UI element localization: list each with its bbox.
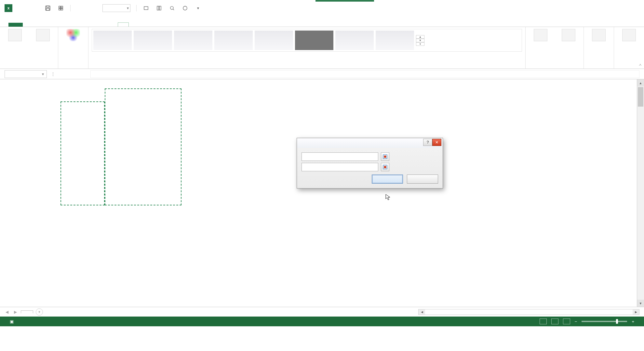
move-chart-button[interactable] [617, 29, 641, 43]
insert-function-button[interactable] [80, 70, 88, 78]
redo-icon[interactable] [31, 5, 38, 12]
group-chart-styles: ▲▼▾ [88, 27, 526, 69]
maximize-icon[interactable] [620, 5, 626, 11]
sheet-nav-prev-icon[interactable]: ◀ [4, 310, 10, 314]
help-icon[interactable] [577, 5, 583, 11]
select-data-button[interactable] [557, 29, 580, 43]
ribbon-tabs [0, 16, 644, 27]
style-thumb[interactable] [335, 31, 374, 50]
style-thumb-selected[interactable] [295, 31, 333, 50]
gallery-spinner[interactable]: ▲▼▾ [416, 35, 424, 46]
tab-view[interactable] [94, 23, 105, 27]
save-icon[interactable] [44, 5, 51, 12]
group-label [587, 67, 610, 68]
status-bar: ▣ − + [0, 317, 644, 326]
ribbon-display-icon[interactable] [591, 5, 597, 11]
change-chart-type-button[interactable] [587, 29, 610, 43]
sheet-nav-next-icon[interactable]: ▶ [12, 310, 18, 314]
undo-icon[interactable] [18, 5, 25, 12]
group-label [529, 67, 580, 68]
ribbon: ▲▼▾ ㅅ [0, 27, 644, 69]
scroll-right-icon[interactable]: ▶ [633, 309, 639, 315]
svg-rect-3 [59, 6, 60, 8]
excel-icon: x [5, 4, 12, 12]
svg-rect-9 [159, 6, 161, 10]
qa-icon-4[interactable] [181, 5, 189, 12]
zoom-slider[interactable] [582, 321, 627, 322]
svg-point-10 [170, 6, 173, 9]
macro-record-icon[interactable]: ▣ [10, 319, 14, 324]
font-shrink-icon[interactable] [89, 5, 97, 12]
tab-insert[interactable] [36, 23, 46, 27]
qa-more-icon[interactable]: ▾ [195, 5, 202, 12]
view-page-layout-icon[interactable] [551, 318, 558, 324]
ok-button[interactable] [372, 175, 403, 184]
horizontal-scrollbar[interactable]: ◀▶ [418, 309, 639, 315]
formula-input[interactable] [90, 70, 639, 78]
dialog-close-button[interactable]: ✕ [432, 139, 441, 146]
tab-file[interactable] [8, 23, 23, 27]
quick-layout-button[interactable] [31, 29, 55, 43]
group-type [584, 27, 614, 69]
vertical-scrollbar[interactable]: ▲ ▼ [637, 79, 644, 307]
scroll-up-icon[interactable]: ▲ [637, 79, 644, 86]
style-thumb[interactable] [255, 31, 293, 50]
series-name-input[interactable] [302, 152, 378, 161]
name-box[interactable]: ▾ [5, 70, 47, 78]
view-normal-icon[interactable] [540, 318, 547, 324]
view-page-break-icon[interactable] [563, 318, 570, 324]
tab-data[interactable] [71, 23, 81, 27]
add-sheet-button[interactable]: + [36, 308, 43, 316]
style-thumb[interactable] [93, 31, 132, 50]
zoom-in-icon[interactable]: + [632, 319, 634, 324]
sheet-tab-active[interactable] [21, 310, 33, 313]
chart-styles-gallery[interactable]: ▲▼▾ [92, 29, 522, 52]
touch-mode-icon[interactable] [57, 5, 64, 12]
switch-row-column-button[interactable] [529, 29, 552, 43]
cancel-button[interactable] [407, 175, 438, 184]
tab-formulas[interactable] [59, 23, 70, 27]
group-label [617, 67, 641, 68]
svg-rect-15 [384, 166, 386, 168]
dialog-titlebar[interactable]: ? ✕ [297, 138, 443, 148]
style-thumb[interactable] [214, 31, 253, 50]
cancel-formula-button[interactable] [59, 70, 68, 78]
group-data [526, 27, 584, 69]
font-combo[interactable]: ▾ [102, 4, 130, 12]
range-picker-icon[interactable] [381, 163, 389, 171]
scroll-down-icon[interactable]: ▼ [637, 300, 644, 307]
svg-rect-13 [384, 156, 386, 158]
range-picker-icon[interactable] [381, 152, 389, 161]
add-chart-element-button[interactable] [3, 29, 27, 43]
tab-format[interactable] [130, 23, 141, 27]
minimize-icon[interactable] [606, 5, 611, 11]
copy-marquee [105, 88, 181, 205]
scroll-left-icon[interactable]: ◀ [419, 309, 425, 315]
tab-developer[interactable] [106, 23, 116, 27]
close-icon[interactable] [634, 5, 640, 11]
style-thumb[interactable] [134, 31, 172, 50]
column-headers[interactable] [0, 79, 644, 88]
style-thumb[interactable] [174, 31, 212, 50]
qa-icon-3[interactable] [168, 5, 176, 12]
formula-separator: ⋮ [49, 70, 57, 78]
enter-formula-button[interactable] [70, 70, 78, 78]
qa-icon-1[interactable] [142, 5, 150, 12]
tab-design[interactable] [118, 22, 129, 27]
tab-home[interactable] [24, 23, 34, 27]
change-colors-button[interactable] [61, 29, 85, 43]
worksheet[interactable]: ? ✕ [0, 79, 644, 307]
collapse-ribbon-icon[interactable]: ㅅ [638, 62, 642, 67]
copy-marquee-b [60, 101, 105, 205]
tab-review[interactable] [83, 23, 93, 27]
zoom-out-icon[interactable]: − [575, 319, 577, 324]
series-values-input[interactable] [302, 163, 378, 171]
style-thumb[interactable] [376, 31, 414, 50]
group-chart-layouts [0, 27, 58, 69]
dialog-help-button[interactable]: ? [423, 139, 432, 146]
font-grow-icon[interactable] [76, 5, 84, 12]
qa-icon-2[interactable] [155, 5, 163, 12]
tab-page-layout[interactable] [47, 23, 58, 27]
svg-rect-4 [61, 6, 63, 8]
chart-tools-accent [315, 0, 374, 2]
